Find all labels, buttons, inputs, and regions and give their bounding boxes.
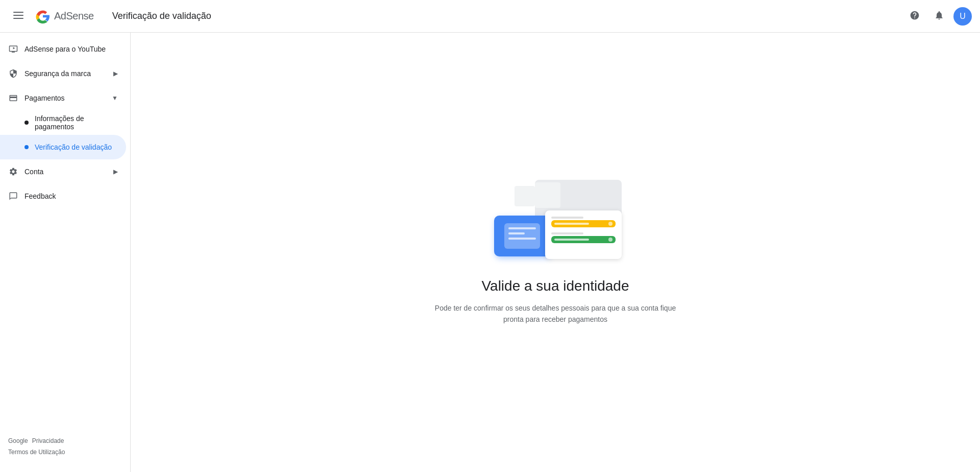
menu-button[interactable] [8,6,29,27]
layout: AdSense para o YouTube Segurança da marc… [0,33,980,472]
gear-icon [8,167,18,177]
sidebar-item-feedback-label: Feedback [24,192,56,200]
sidebar-nav: AdSense para o YouTube Segurança da marc… [0,33,130,213]
logo[interactable]: AdSense [35,8,94,25]
sidebar-item-adsense-youtube-label: AdSense para o YouTube [24,45,106,53]
sidebar-item-seguranca[interactable]: Segurança da marca ▶ [0,61,126,86]
bell-icon [934,10,944,22]
sidebar-item-pagamentos-label: Pagamentos [24,94,65,102]
help-icon [910,10,920,22]
footer-privacy[interactable]: Privacidade [32,437,64,444]
identity-card: Valide a sua identidade Pode ter de conf… [428,180,683,325]
sidebar-item-conta-label: Conta [24,168,43,176]
sidebar-item-verificacao-label: Verificação de validação [35,143,112,151]
svg-rect-0 [13,12,23,13]
payments-icon [8,93,18,103]
identity-illustration [489,180,622,262]
sidebar-item-informacoes[interactable]: Informações de pagamentos [0,110,126,135]
logo-text: AdSense [54,10,94,22]
ill-form-dot1 [608,222,612,226]
ill-form-dot2 [608,238,612,242]
active-dot-icon [24,145,29,149]
sidebar-item-pagamentos[interactable]: Pagamentos ▼ [0,86,126,110]
feedback-icon [8,191,18,201]
footer-terms[interactable]: Termos de Utilização [8,449,65,456]
help-button[interactable] [904,6,925,27]
ill-bg-box1 [535,182,560,208]
ill-id-line1 [508,227,536,229]
ill-form-bar-yellow [551,220,616,227]
sidebar-item-verificacao[interactable]: Verificação de validação [0,135,126,159]
sidebar: AdSense para o YouTube Segurança da marc… [0,33,131,472]
ill-form-panel [545,210,622,259]
dot-icon [24,121,29,125]
topbar-right: U [904,6,972,27]
ill-id-line2 [508,232,525,234]
sidebar-item-conta[interactable]: Conta ▶ [0,159,126,184]
ill-id-card [494,216,550,256]
chevron-right-icon-conta: ▶ [113,168,118,175]
ill-form-label2 [551,232,583,234]
sidebar-item-feedback[interactable]: Feedback [0,184,126,208]
sidebar-item-seguranca-label: Segurança da marca [24,69,91,78]
chevron-down-icon: ▼ [112,95,118,102]
svg-rect-2 [13,18,23,19]
footer-google: Google [8,437,28,444]
topbar: AdSense Verificação de validação U [0,0,980,33]
ill-bar-text1 [554,223,589,225]
hamburger-icon [13,12,23,20]
google-logo-icon [35,8,51,25]
ill-form-row2 [551,232,616,243]
ill-form-label1 [551,217,583,219]
notifications-button[interactable] [929,6,949,27]
page-title: Verificação de validação [112,11,211,21]
youtube-icon [8,44,18,54]
ill-bar-text2 [554,239,589,241]
sidebar-footer: Google Privacidade Termos de Utilização [0,429,130,464]
sidebar-item-adsense-youtube[interactable]: AdSense para o YouTube [0,37,126,61]
ill-bg-box2 [514,186,535,206]
chevron-right-icon: ▶ [113,70,118,77]
ill-id-card-inner [504,223,540,249]
shield-icon [8,68,18,79]
main-content: Valide a sua identidade Pode ter de conf… [131,33,980,472]
avatar[interactable]: U [953,7,972,26]
topbar-left: AdSense Verificação de validação [8,6,211,27]
sidebar-item-informacoes-label: Informações de pagamentos [35,114,118,131]
svg-rect-1 [13,15,23,16]
ill-form-row1 [551,217,616,227]
identity-title: Valide a sua identidade [481,278,629,294]
identity-description: Pode ter de confirmar os seus detalhes p… [428,302,683,325]
ill-id-line3 [508,238,536,240]
ill-form-bar-green [551,236,616,243]
